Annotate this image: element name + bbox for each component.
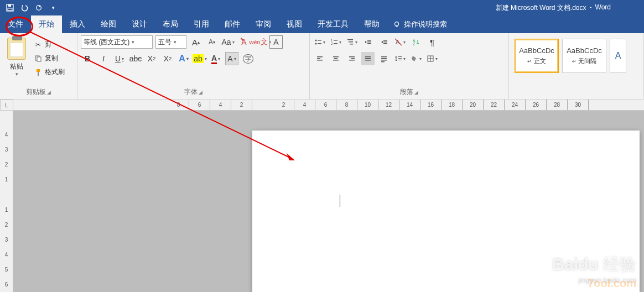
svg-rect-33 bbox=[333, 56, 339, 58]
tab-review[interactable]: 审阅 bbox=[248, 15, 279, 33]
italic-button[interactable]: I bbox=[97, 52, 110, 65]
lightbulb-icon bbox=[393, 20, 401, 28]
phonetic-guide-button[interactable]: wén文 bbox=[253, 35, 267, 49]
grow-font-button[interactable]: A▴ bbox=[189, 35, 202, 49]
align-right-button[interactable] bbox=[345, 52, 359, 65]
paste-label: 粘贴 bbox=[10, 62, 23, 71]
style-name: 无间隔 bbox=[578, 58, 596, 64]
font-group-label: 字体 bbox=[184, 87, 198, 97]
tab-insert[interactable]: 插入 bbox=[62, 15, 93, 33]
horizontal-ruler[interactable]: 864224681012141618202224262830 bbox=[13, 100, 644, 111]
document-name: 新建 Microsoft Word 文档.docx bbox=[496, 3, 586, 13]
text-effects-button[interactable]: A bbox=[177, 52, 190, 65]
ribbon: 粘贴 ▾ ✂ 剪 复制 格式刷 bbox=[0, 33, 644, 100]
svg-rect-32 bbox=[317, 60, 323, 61]
distributed-button[interactable] bbox=[377, 52, 391, 65]
tell-me-search[interactable]: 操作说明搜索 bbox=[387, 15, 453, 33]
character-border-button[interactable]: A bbox=[269, 35, 283, 49]
highlight-button[interactable]: ab bbox=[193, 52, 206, 65]
tab-home[interactable]: 开始 bbox=[31, 15, 62, 33]
numbering-button[interactable]: 12 bbox=[329, 35, 342, 49]
font-color-button[interactable]: A bbox=[209, 52, 222, 65]
tab-help[interactable]: 帮助 bbox=[356, 15, 387, 33]
sort-button[interactable]: AZ bbox=[409, 35, 423, 49]
bullets-button[interactable] bbox=[313, 35, 326, 49]
subscript-button[interactable]: X2 bbox=[145, 52, 158, 65]
style-normal[interactable]: AaBbCcDc ↵ 正文 bbox=[515, 39, 559, 73]
tab-references[interactable]: 引用 bbox=[186, 15, 217, 33]
tab-draw[interactable]: 绘图 bbox=[93, 15, 124, 33]
cut-label: 剪 bbox=[45, 40, 51, 49]
svg-rect-18 bbox=[347, 39, 353, 40]
strikethrough-button[interactable]: abc bbox=[129, 52, 142, 65]
svg-rect-25 bbox=[383, 41, 387, 43]
svg-rect-46 bbox=[398, 56, 402, 57]
svg-rect-43 bbox=[381, 58, 387, 59]
svg-rect-34 bbox=[334, 58, 337, 59]
paragraph-launcher-icon[interactable]: ◢ bbox=[414, 90, 418, 95]
vertical-ruler[interactable]: 4321123456 bbox=[0, 111, 13, 292]
increase-indent-button[interactable] bbox=[377, 35, 391, 49]
tab-file[interactable]: 文件 bbox=[0, 15, 31, 33]
align-left-button[interactable] bbox=[313, 52, 326, 65]
copy-button[interactable]: 复制 bbox=[32, 53, 66, 64]
svg-rect-35 bbox=[333, 60, 339, 61]
align-center-button[interactable] bbox=[329, 52, 342, 65]
style-heading1[interactable]: A bbox=[610, 39, 626, 73]
show-hide-button[interactable]: ¶ bbox=[425, 35, 439, 49]
title-separator: - bbox=[590, 3, 592, 13]
ruler-corner[interactable]: L bbox=[0, 100, 13, 111]
borders-button[interactable] bbox=[425, 52, 439, 65]
svg-rect-20 bbox=[350, 44, 353, 45]
style-no-spacing[interactable]: AaBbCcDc ↵ 无间隔 bbox=[562, 39, 606, 73]
format-painter-button[interactable]: 格式刷 bbox=[32, 66, 66, 78]
watermark-suffix: 经验 bbox=[603, 255, 636, 273]
svg-point-10 bbox=[315, 40, 317, 41]
format-painter-label: 格式刷 bbox=[45, 67, 65, 77]
svg-rect-21 bbox=[367, 40, 371, 41]
shading-button[interactable] bbox=[409, 52, 423, 65]
undo-icon[interactable] bbox=[20, 3, 29, 12]
decrease-indent-button[interactable] bbox=[361, 35, 375, 49]
change-case-button[interactable]: Aa bbox=[221, 35, 235, 49]
watermark-secondary: 7ool.com bbox=[588, 277, 636, 290]
font-launcher-icon[interactable]: ◢ bbox=[199, 90, 202, 95]
svg-rect-44 bbox=[381, 60, 387, 61]
redo-icon[interactable] bbox=[34, 3, 43, 12]
paste-button[interactable]: 粘贴 ▾ bbox=[3, 35, 30, 86]
style-sample: A bbox=[615, 51, 621, 61]
font-name-combo[interactable]: 等线 (西文正文)▾ bbox=[81, 35, 153, 49]
svg-rect-8 bbox=[37, 69, 40, 72]
tab-mailings[interactable]: 邮件 bbox=[217, 15, 248, 33]
asian-layout-button[interactable]: A bbox=[393, 35, 407, 49]
superscript-button[interactable]: X2 bbox=[161, 52, 174, 65]
app-name: Word bbox=[595, 3, 611, 13]
qat-customize-icon[interactable]: ▾ bbox=[49, 3, 58, 12]
underline-button[interactable]: U bbox=[113, 52, 126, 65]
svg-rect-2 bbox=[8, 8, 12, 11]
justify-button[interactable] bbox=[361, 52, 375, 65]
group-clipboard: 粘贴 ▾ ✂ 剪 复制 格式刷 bbox=[0, 33, 77, 99]
clipboard-launcher-icon[interactable]: ◢ bbox=[47, 90, 51, 95]
line-spacing-button[interactable] bbox=[393, 52, 407, 65]
svg-rect-17 bbox=[334, 43, 337, 44]
svg-rect-37 bbox=[351, 58, 355, 59]
bold-button[interactable]: B bbox=[81, 52, 94, 65]
character-shading-button[interactable]: A bbox=[225, 52, 238, 65]
scissors-icon: ✂ bbox=[34, 40, 43, 49]
text-cursor bbox=[340, 195, 340, 207]
tab-developer[interactable]: 开发工具 bbox=[310, 15, 356, 33]
paste-icon bbox=[7, 38, 26, 60]
cut-button[interactable]: ✂ 剪 bbox=[32, 39, 66, 50]
watermark-brand: Baidu bbox=[552, 255, 598, 273]
tab-layout[interactable]: 布局 bbox=[155, 15, 186, 33]
save-icon[interactable] bbox=[6, 3, 14, 12]
shrink-font-button[interactable]: A▾ bbox=[205, 35, 219, 49]
tab-view[interactable]: 视图 bbox=[279, 15, 310, 33]
font-size-combo[interactable]: 五号▾ bbox=[155, 35, 186, 49]
enclose-characters-button[interactable]: 字 bbox=[241, 52, 255, 65]
tab-design[interactable]: 设计 bbox=[124, 15, 155, 33]
multilevel-list-button[interactable] bbox=[345, 35, 359, 49]
svg-rect-15 bbox=[334, 40, 337, 41]
svg-rect-22 bbox=[367, 41, 371, 43]
